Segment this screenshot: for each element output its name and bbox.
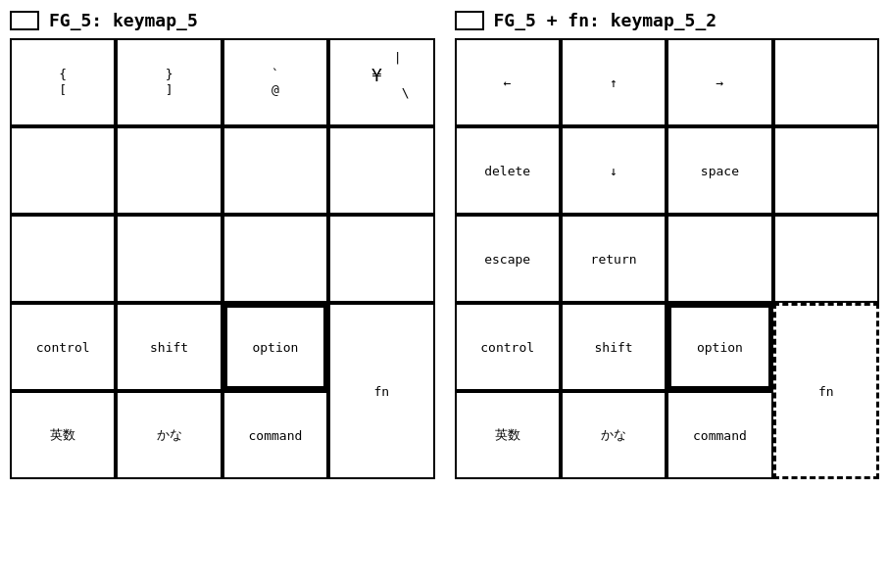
key-label: ↑	[610, 75, 617, 90]
key-right-r2c2	[667, 215, 772, 303]
key-right-r2c3	[773, 215, 879, 303]
key-label: escape	[484, 252, 530, 267]
key-label: space	[701, 164, 739, 178]
keymap-left: FG_5: keymap_5 { [ } ] ` @ | ¥ \	[10, 10, 435, 479]
key-left-r2c0	[10, 215, 116, 303]
key-left-r2c1	[116, 215, 222, 303]
key-left-r2c3	[328, 215, 434, 303]
key-left-r2c2	[222, 215, 328, 303]
key-control-left: control	[10, 303, 116, 391]
key-bottom: ]	[166, 82, 173, 98]
key-label: ↓	[610, 164, 617, 178]
key-return-right: return	[561, 215, 667, 303]
key-delete-right: delete	[455, 126, 561, 215]
key-down-right: ↓	[561, 126, 667, 215]
key-left-r1c2	[222, 126, 328, 215]
key-right-r0c0: ←	[455, 38, 561, 126]
key-shift-right: shift	[561, 303, 667, 391]
key-left-r0c3: | ¥ \	[328, 38, 434, 126]
key-fn-right: fn	[773, 303, 879, 479]
key-left-r0c2: ` @	[222, 38, 328, 126]
key-label: かな	[601, 426, 626, 444]
yen-symbol: ¥	[371, 65, 382, 85]
key-label: かな	[157, 426, 182, 444]
key-label: control	[480, 340, 534, 355]
title-box-left	[10, 11, 39, 30]
key-control-right: control	[455, 303, 561, 391]
key-fn-left: fn	[328, 303, 434, 479]
keymap-right-label: FG_5 + fn: keymap_5_2	[494, 10, 717, 30]
key-eisuu-left: 英数	[10, 391, 116, 479]
key-top: {	[59, 67, 67, 82]
keymap-right-grid: ← ↑ → delete ↓ space escape	[455, 38, 880, 479]
key-label: ←	[504, 75, 512, 90]
key-right-r0c2: →	[667, 38, 772, 126]
key-escape-right: escape	[455, 215, 561, 303]
key-right-r1c3	[773, 126, 879, 215]
key-label: 英数	[50, 426, 75, 444]
yen-backslash: \	[402, 85, 410, 100]
keymap-left-title: FG_5: keymap_5	[10, 10, 435, 30]
key-label: fn	[818, 384, 834, 399]
key-top: `	[272, 67, 279, 82]
key-eisuu-right: 英数	[455, 391, 561, 479]
key-option-right: option	[667, 303, 772, 391]
page: FG_5: keymap_5 { [ } ] ` @ | ¥ \	[10, 10, 879, 479]
key-label: 英数	[495, 426, 520, 444]
key-left-r0c0: { [	[10, 38, 116, 126]
key-label: return	[591, 252, 637, 267]
key-label: command	[693, 428, 747, 443]
key-label: →	[716, 75, 724, 90]
key-shift-left: shift	[116, 303, 222, 391]
yen-pipe: |	[394, 50, 402, 65]
key-label: option	[697, 340, 743, 355]
key-left-r1c1	[116, 126, 222, 215]
key-label: command	[249, 428, 303, 443]
key-label: fn	[373, 384, 389, 399]
keymap-left-label: FG_5: keymap_5	[49, 10, 198, 30]
key-left-r0c1: } ]	[116, 38, 222, 126]
keymap-right: FG_5 + fn: keymap_5_2 ← ↑ → delete ↓ spa…	[455, 10, 880, 479]
title-box-right	[455, 11, 484, 30]
keymap-right-title: FG_5 + fn: keymap_5_2	[455, 10, 880, 30]
keymap-left-grid: { [ } ] ` @ | ¥ \	[10, 38, 435, 479]
key-kana-left: かな	[116, 391, 222, 479]
key-label: option	[252, 340, 298, 355]
key-command-left: command	[222, 391, 328, 479]
key-bottom: @	[272, 82, 279, 98]
key-left-r1c0	[10, 126, 116, 215]
key-label: delete	[484, 164, 530, 178]
key-kana-right: かな	[561, 391, 667, 479]
key-label: shift	[594, 340, 632, 355]
key-label: control	[36, 340, 90, 355]
key-right-r0c3	[773, 38, 879, 126]
key-option-left: option	[222, 303, 328, 391]
key-command-right: command	[667, 391, 772, 479]
key-label: shift	[150, 340, 188, 355]
key-left-r1c3	[328, 126, 434, 215]
key-top: }	[166, 67, 173, 82]
key-bottom: [	[59, 82, 67, 98]
key-right-r0c1: ↑	[561, 38, 667, 126]
key-space-right: space	[667, 126, 772, 215]
